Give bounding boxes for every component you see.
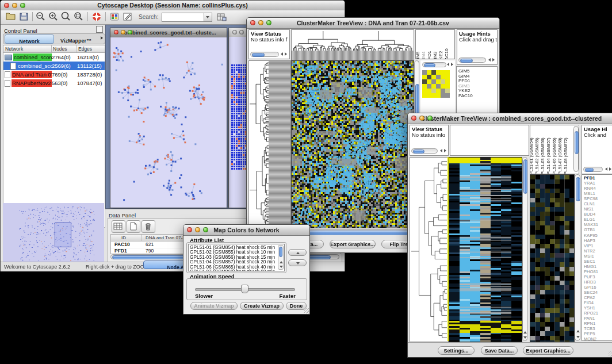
scroll-up-icon[interactable]: [523, 331, 527, 334]
search-label: Search:: [139, 14, 158, 20]
treeview2-titlebar[interactable]: ClusterMaker TreeView : combined_scores_…: [408, 113, 612, 124]
zoom-selected-icon[interactable]: [60, 12, 72, 22]
help-lifering-icon[interactable]: [91, 12, 103, 22]
animation-speed-slider[interactable]: [195, 285, 294, 293]
zoom-window-icon[interactable]: [203, 227, 208, 232]
float-panel-icon[interactable]: [96, 26, 103, 33]
tv2-heatmap-vscrollbar[interactable]: [522, 157, 527, 341]
close-icon[interactable]: [411, 116, 416, 121]
tv2-row-dendrogram[interactable]: [410, 157, 449, 342]
minimize-icon[interactable]: [258, 20, 263, 25]
scroll-up-icon[interactable]: [576, 330, 580, 332]
scroll-arrows-icon[interactable]: [446, 62, 455, 67]
close-icon[interactable]: [232, 30, 237, 35]
tv2-gene-label: MSI1: [584, 254, 612, 259]
tv1-heatmap[interactable]: [291, 60, 414, 228]
zoom-out-icon[interactable]: [35, 12, 47, 22]
resize-grip-icon[interactable]: [609, 351, 612, 357]
search-dropdown-arrow-icon[interactable]: [204, 13, 212, 21]
tv2-genes-vscrollbar[interactable]: [575, 174, 580, 341]
tv2-settings-button[interactable]: Settings...: [438, 346, 475, 355]
open-file-icon[interactable]: [5, 12, 17, 22]
table-view-icon[interactable]: [112, 220, 125, 233]
tab-overflow-arrow-icon[interactable]: [101, 36, 103, 40]
tv1-usage-scrollbar[interactable]: [458, 58, 486, 63]
tv1-zoom-scrollbar[interactable]: [422, 62, 446, 67]
attribute-list-item[interactable]: GPL51-07 (GSM868) heat shock 60 min: [190, 269, 284, 271]
scroll-up-icon[interactable]: [280, 261, 283, 263]
create-vizmap-button[interactable]: Create Vizmap: [240, 302, 284, 310]
save-icon[interactable]: [18, 12, 30, 22]
network-window-a-titlebar[interactable]: combined_scores_good.txt--cluste...: [110, 28, 227, 37]
tv1-export-graphics-button[interactable]: Export Graphics...: [330, 240, 376, 248]
zoom-in-icon[interactable]: [48, 12, 59, 22]
birdseye-view[interactable]: [3, 203, 104, 264]
resize-grip-icon[interactable]: [304, 308, 309, 313]
tab-vizmapper[interactable]: VizMapper™: [55, 35, 97, 43]
main-title-bar[interactable]: Cytoscape Desktop (Session Name: collins…: [1, 1, 345, 11]
tv1-status-scrollbar[interactable]: [250, 52, 279, 57]
network-list-row[interactable]: combined_sco2569(6)13112(15): [3, 62, 105, 70]
close-icon[interactable]: [250, 20, 255, 25]
vizmapper-icon[interactable]: [109, 12, 120, 22]
scroll-arrows-icon[interactable]: [439, 148, 448, 154]
scroll-down-icon[interactable]: [576, 336, 580, 338]
minimize-icon[interactable]: [239, 30, 244, 35]
scroll-down-icon[interactable]: [523, 336, 527, 339]
tv2-gene-label: MON2: [584, 336, 612, 341]
tv1-column-dendrogram[interactable]: [291, 29, 414, 60]
tv2-usage-scrollbar[interactable]: [583, 167, 603, 172]
network-table-header[interactable]: Network Nodes Edges: [3, 45, 105, 53]
close-icon[interactable]: [4, 3, 9, 8]
attribute-list[interactable]: GPL51-01 (GSM854) heat shock 05 minGPL51…: [188, 244, 285, 271]
animate-vizmap-button[interactable]: Animate Vizmap: [190, 302, 238, 310]
attribute-browser-icon[interactable]: [216, 12, 227, 22]
zoom-fit-icon[interactable]: [73, 12, 85, 22]
tv2-save-data-button[interactable]: Save Data...: [481, 346, 518, 355]
minimize-icon[interactable]: [121, 30, 125, 35]
move-down-button[interactable]: [288, 259, 307, 266]
network-list-row[interactable]: combined_scores2764(0)16218(0): [3, 53, 105, 62]
search-input[interactable]: [162, 13, 212, 22]
treeview1-titlebar[interactable]: ClusterMaker TreeView : DNA and Tran 07-…: [247, 18, 499, 29]
scroll-arrows-icon[interactable]: [604, 167, 612, 172]
move-up-button[interactable]: [288, 249, 307, 256]
tv2-zoom-heatmap[interactable]: [530, 174, 575, 342]
close-icon[interactable]: [114, 30, 118, 35]
tv2-status-scrollbar[interactable]: [411, 148, 438, 154]
tv2-view-status-panel: View Status No status info: [410, 125, 449, 156]
minimize-icon[interactable]: [419, 116, 424, 121]
zoom-window-icon[interactable]: [128, 30, 132, 35]
scroll-arrows-icon[interactable]: [280, 52, 289, 57]
tv2-collabels-vscrollbar[interactable]: [573, 126, 579, 172]
zoom-window-icon[interactable]: [20, 3, 25, 8]
tv1-mini-heatmap[interactable]: [422, 70, 450, 98]
zoom-window-icon[interactable]: [266, 20, 271, 25]
delete-attribute-trash-icon[interactable]: [141, 220, 155, 233]
minimize-icon[interactable]: [195, 227, 200, 232]
control-panel: Control Panel Network VizMapper™ Network…: [2, 25, 106, 265]
slider-thumb[interactable]: [241, 285, 248, 293]
network-edges-count: 107847(0): [77, 79, 105, 87]
scroll-down-icon[interactable]: [280, 266, 283, 268]
close-icon[interactable]: [187, 227, 192, 232]
network-view-a-canvas[interactable]: [110, 37, 225, 207]
scroll-arrows-icon[interactable]: [487, 58, 496, 63]
annotation-icon[interactable]: [122, 12, 133, 22]
tv2-heatmap[interactable]: [449, 157, 522, 342]
network-list-row[interactable]: RNAPuberNov2+563(0)107847(0): [3, 79, 105, 87]
minimize-icon[interactable]: [12, 3, 17, 8]
map-dialog-titlebar[interactable]: Map Colors to Network: [183, 225, 309, 236]
tab-network[interactable]: Network: [5, 35, 54, 44]
network-window-a[interactable]: combined_scores_good.txt--cluste...: [110, 28, 227, 208]
tv1-view-status-panel: View Status No status info f: [248, 29, 290, 59]
tv2-column-tree-panel[interactable]: [450, 125, 529, 156]
zoom-window-icon[interactable]: [427, 116, 433, 121]
new-attribute-icon[interactable]: [127, 220, 140, 233]
tv2-export-graphics-button[interactable]: Export Graphics...: [523, 346, 573, 355]
attribute-list-scrollbar[interactable]: [278, 245, 284, 270]
tv2-gene-label: PEP5: [584, 331, 612, 336]
window-controls[interactable]: [4, 3, 27, 9]
network-list-row[interactable]: DNA and Tran 07769(0)183728(0): [3, 70, 105, 79]
tv1-row-dendrogram[interactable]: [248, 60, 291, 228]
